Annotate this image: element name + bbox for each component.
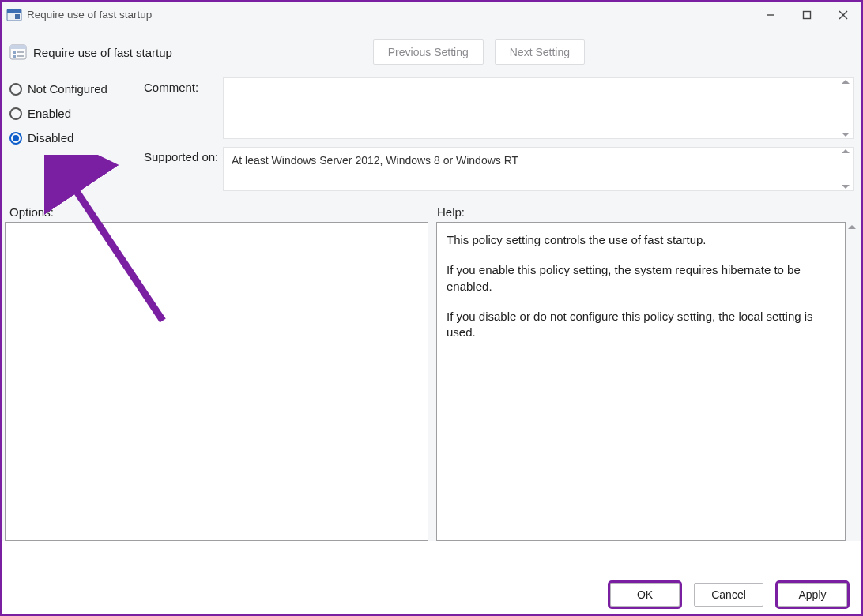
panels-area: This policy setting controls the use of …	[2, 222, 861, 541]
options-panel	[5, 222, 428, 541]
scroll-up-icon	[848, 225, 856, 229]
radio-enabled[interactable]: Enabled	[9, 107, 144, 120]
radio-disabled[interactable]: Disabled	[9, 131, 144, 145]
previous-setting-button[interactable]: Previous Setting	[373, 39, 484, 65]
radio-label: Disabled	[28, 131, 73, 145]
radio-icon	[9, 107, 22, 120]
help-label: Help:	[428, 205, 850, 219]
help-paragraph: If you enable this policy setting, the s…	[447, 262, 835, 295]
help-panel: This policy setting controls the use of …	[436, 222, 846, 541]
comment-label: Comment:	[144, 77, 223, 94]
section-labels: Options: Help:	[2, 191, 861, 222]
svg-rect-8	[10, 45, 26, 49]
scroll-down-icon	[842, 185, 850, 189]
radio-label: Not Configured	[28, 82, 107, 96]
supported-on-label: Supported on:	[144, 147, 223, 163]
window-title: Require use of fast startup	[27, 9, 152, 21]
scrollbar[interactable]	[846, 222, 858, 541]
scroll-up-icon	[842, 149, 850, 153]
svg-rect-12	[17, 55, 24, 57]
comment-textarea[interactable]	[223, 77, 854, 139]
help-paragraph: This policy setting controls the use of …	[447, 232, 835, 248]
scrollbar[interactable]	[840, 80, 851, 137]
apply-button[interactable]: Apply	[778, 583, 847, 607]
app-icon	[6, 7, 22, 23]
next-setting-button[interactable]: Next Setting	[495, 39, 585, 65]
svg-rect-4	[804, 11, 811, 18]
radio-label: Enabled	[28, 107, 71, 120]
svg-rect-2	[15, 14, 20, 19]
state-radio-group: Not Configured Enabled Disabled	[9, 77, 144, 191]
radio-icon	[9, 83, 22, 96]
cancel-button[interactable]: Cancel	[694, 583, 763, 607]
ok-button[interactable]: OK	[610, 583, 680, 607]
minimize-button[interactable]	[752, 2, 789, 28]
supported-on-box: At least Windows Server 2012, Windows 8 …	[223, 147, 854, 191]
radio-icon	[9, 132, 22, 145]
svg-rect-10	[13, 55, 16, 58]
scroll-up-icon	[842, 80, 850, 84]
close-button[interactable]	[825, 2, 861, 28]
header-row: Require use of fast startup Previous Set…	[2, 28, 861, 71]
supported-on-value: At least Windows Server 2012, Windows 8 …	[232, 154, 518, 167]
svg-rect-1	[7, 9, 21, 13]
scrollbar[interactable]	[840, 149, 851, 189]
radio-not-configured[interactable]: Not Configured	[9, 82, 144, 96]
dialog-footer: OK Cancel Apply	[610, 583, 847, 607]
policy-icon	[9, 43, 27, 61]
maximize-button[interactable]	[789, 2, 825, 28]
settings-form: Not Configured Enabled Disabled Comment:…	[2, 71, 861, 191]
svg-rect-9	[13, 51, 16, 54]
options-label: Options:	[9, 205, 428, 219]
policy-title: Require use of fast startup	[33, 46, 172, 59]
scroll-down-icon	[842, 133, 850, 137]
title-bar: Require use of fast startup	[2, 2, 861, 28]
help-paragraph: If you disable or do not configure this …	[447, 309, 835, 341]
svg-rect-11	[17, 51, 24, 53]
